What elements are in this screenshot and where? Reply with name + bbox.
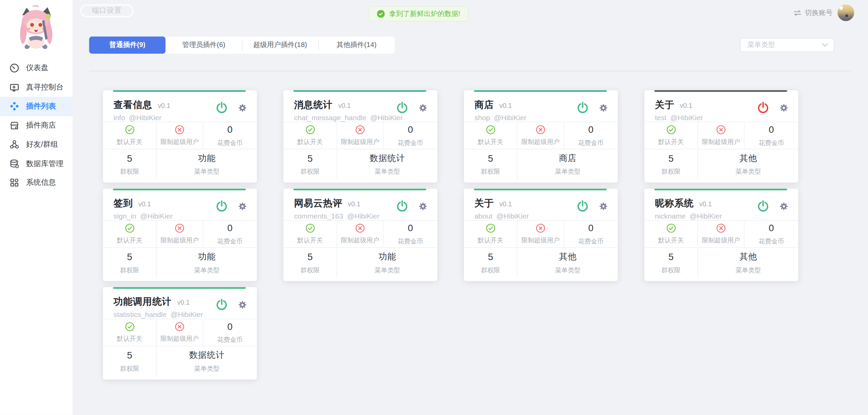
gear-icon[interactable] — [779, 103, 788, 112]
sidebar-item-label: 真寻控制台 — [26, 82, 63, 92]
stat-menu-type: 数据统计 菜单类型 — [337, 149, 437, 179]
circle-check-icon — [305, 224, 315, 233]
plugin-card: 商店 v0.1 shop @HibiKier 默认开关 — [464, 90, 618, 182]
gear-icon[interactable] — [779, 202, 788, 210]
stat-value: 0 — [588, 124, 593, 135]
sidebar: 仪表盘 真寻控制台 插件列表 插件商店 — [0, 0, 73, 415]
stat-value: 功能 — [198, 251, 216, 263]
menu-type-select[interactable]: 菜单类型 — [740, 38, 834, 52]
stat-value: 5 — [308, 153, 313, 164]
stat-cost-gold: 0 花费金币 — [744, 122, 798, 149]
sidebar-item-label: 数据库管理 — [26, 159, 63, 169]
user-avatar[interactable] — [838, 4, 854, 21]
plugin-version: v0.1 — [348, 200, 360, 208]
stat-value: 0 — [588, 223, 593, 234]
sidebar-item-system-info[interactable]: 系统信息 — [0, 173, 73, 192]
sidebar-item-console[interactable]: 真寻控制台 — [0, 78, 73, 97]
power-toggle-button[interactable] — [396, 101, 408, 114]
sidebar-item-dashboard[interactable]: 仪表盘 — [0, 59, 73, 78]
plugin-stats: 默认开关 限制超级用户 0 花费金币 5 群权限 — [464, 122, 618, 179]
power-toggle-button[interactable] — [576, 200, 589, 212]
circle-check-icon — [125, 322, 135, 332]
plugin-author: @HibiKier — [494, 113, 526, 122]
gear-icon[interactable] — [599, 202, 608, 210]
card-header: 查看信息 v0.1 info @HibiKier — [103, 90, 257, 122]
stat-label: 花费金币 — [578, 139, 604, 147]
plugin-card-grid: 查看信息 v0.1 info @HibiKier 默认开关 — [103, 90, 798, 380]
plugin-title: 功能调用统计 — [113, 296, 172, 308]
gear-icon[interactable] — [238, 103, 247, 112]
power-toggle-button[interactable] — [215, 298, 228, 311]
gear-icon[interactable] — [419, 202, 428, 210]
circle-x-icon — [716, 125, 726, 134]
stat-group-level: 5 群权限 — [103, 346, 157, 376]
card-header: 签到 v0.1 sign_in @HibiKier — [103, 189, 257, 220]
tab-normal-plugins[interactable]: 普通插件(9) — [89, 36, 166, 53]
stat-group-level: 5 群权限 — [103, 248, 157, 278]
gear-icon[interactable] — [419, 103, 428, 112]
plugin-module: info — [113, 113, 125, 122]
plugin-card: 消息统计 v0.1 chat_message_handle @HibiKier … — [283, 90, 437, 182]
stat-group-level: 5 群权限 — [283, 248, 337, 278]
stat-label: 默认开关 — [297, 236, 323, 244]
stat-label: 群权限 — [120, 167, 139, 176]
switch-account-button[interactable]: 切换账号 — [793, 8, 833, 18]
stat-value: 功能 — [378, 251, 396, 263]
success-toast: 拿到了新鲜出炉的数据! — [369, 6, 468, 22]
tab-admin-plugins[interactable]: 管理员插件(6) — [166, 36, 242, 53]
plugin-version: v0.1 — [338, 102, 351, 110]
tab-other-plugins[interactable]: 其他插件(14) — [318, 36, 394, 53]
plugin-card: 网易云热评 v0.1 comments_163 @HibiKier 默认开关 — [283, 189, 437, 281]
circle-check-icon — [125, 125, 135, 134]
gear-icon[interactable] — [238, 300, 247, 309]
plugin-module: statistics_handle — [113, 310, 167, 319]
card-header: 商店 v0.1 shop @HibiKier — [464, 90, 618, 122]
stat-label: 菜单类型 — [194, 266, 220, 274]
power-toggle-button[interactable] — [396, 200, 408, 212]
plugin-author: @HibiKier — [670, 113, 703, 122]
plugin-module: chat_message_handle — [294, 113, 367, 122]
friends-icon — [10, 140, 19, 149]
plugin-module: shop — [475, 113, 490, 122]
power-toggle-button[interactable] — [576, 101, 589, 114]
circle-x-icon — [355, 125, 365, 134]
stat-cost-gold: 0 花费金币 — [564, 122, 618, 149]
plugin-version: v0.1 — [499, 102, 512, 110]
stat-label: 菜单类型 — [555, 167, 580, 176]
plugin-card: 关于 v0.1 about @HibiKier 默认开关 — [464, 189, 618, 281]
circle-x-icon — [716, 224, 726, 233]
sidebar-item-label: 插件商店 — [26, 121, 56, 130]
sidebar-item-plugin-list[interactable]: 插件列表 — [0, 97, 73, 116]
power-toggle-button[interactable] — [215, 200, 228, 212]
sidebar-item-plugin-store[interactable]: 插件商店 — [0, 116, 73, 135]
sidebar-item-database[interactable]: 数据库管理 — [0, 154, 73, 173]
circle-x-icon — [175, 125, 184, 134]
stat-value: 5 — [668, 153, 673, 164]
stat-value: 5 — [488, 252, 493, 263]
circle-x-icon — [175, 224, 184, 233]
stat-label: 群权限 — [300, 266, 320, 274]
plugin-stats: 默认开关 限制超级用户 0 花费金币 5 群权限 — [464, 220, 618, 278]
circle-x-icon — [536, 224, 545, 233]
stat-value: 0 — [227, 321, 232, 332]
tab-superuser-plugins[interactable]: 超级用户插件(18) — [242, 36, 318, 53]
power-toggle-button[interactable] — [215, 101, 228, 114]
stat-cost-gold: 0 花费金币 — [203, 221, 257, 247]
port-settings-button[interactable]: 端口设置 — [80, 4, 134, 17]
stat-label: 限制超级用户 — [522, 236, 560, 244]
gear-icon[interactable] — [599, 103, 608, 112]
stat-label: 限制超级用户 — [160, 335, 199, 343]
stat-value: 5 — [668, 252, 673, 263]
power-toggle-button[interactable] — [757, 101, 769, 114]
sidebar-item-friends-groups[interactable]: 好友/群组 — [0, 135, 73, 154]
stat-menu-type: 数据统计 菜单类型 — [157, 346, 257, 376]
gear-icon[interactable] — [238, 202, 247, 210]
circle-check-icon — [666, 224, 676, 233]
plugin-version: v0.1 — [177, 299, 190, 307]
stat-label: 菜单类型 — [375, 266, 400, 274]
stat-label: 默认开关 — [117, 138, 142, 146]
stat-value: 0 — [408, 223, 413, 234]
plugin-card: 查看信息 v0.1 info @HibiKier 默认开关 — [103, 90, 257, 182]
power-toggle-button[interactable] — [757, 200, 769, 212]
stat-value: 0 — [227, 124, 232, 135]
